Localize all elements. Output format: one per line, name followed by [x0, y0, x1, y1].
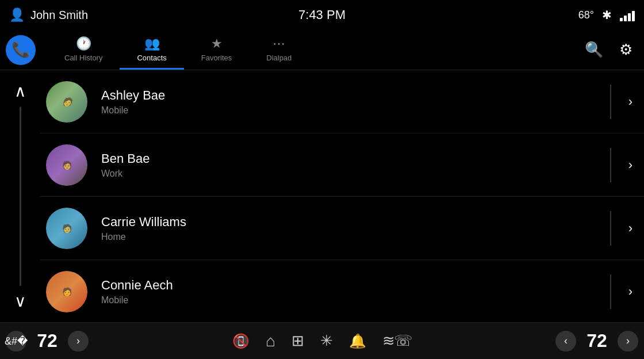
bell-icon[interactable]: 🔔 [349, 333, 366, 349]
dialpad-icon: ⋯ [273, 36, 285, 51]
tab-favorites-label: Favorites [201, 54, 232, 62]
status-bar: 👤 John Smith 7:43 PM 68° ✱ [0, 0, 644, 30]
heat-icon[interactable]: ≋☏ [382, 332, 412, 350]
avatar: 🧑 [46, 81, 87, 123]
status-right: 68° ✱ [578, 8, 635, 22]
list-item[interactable]: 🧑 Ashley Bae Mobile › [40, 70, 644, 133]
avatar: 🧑 [46, 144, 87, 186]
fan-icon[interactable]: ✳ [320, 332, 333, 350]
user-name: John Smith [30, 9, 88, 22]
contact-name: Ben Bae [101, 151, 610, 166]
contact-divider [610, 85, 611, 119]
nav-right-icons: 🔍 ⚙ [585, 41, 638, 59]
nav-bar: 📞 🕐 Call History 👥 Contacts ★ Favorites … [0, 30, 644, 70]
scroll-down-button[interactable]: ∨ [14, 292, 26, 311]
status-left: 👤 John Smith [9, 7, 88, 22]
chevron-right-icon: › [628, 94, 632, 109]
signal-icon [620, 9, 635, 21]
contact-type: Mobile [101, 105, 610, 116]
bottom-center-controls: 📵 ⌂ ⊞ ✳ 🔔 ≋☏ [232, 332, 412, 350]
left-temp-control: &#� 72 › [6, 330, 89, 352]
list-item[interactable]: 🧑 Ben Bae Work › [40, 133, 644, 197]
contact-divider [610, 148, 611, 182]
chevron-right-icon: › [626, 335, 630, 347]
contact-name: Ashley Bae [101, 88, 610, 103]
right-temp-ctrl: ‹ 72 › [555, 330, 638, 352]
chevron-right-icon: › [76, 335, 80, 347]
list-item[interactable]: 🧑 Carrie Williams Home › [40, 197, 644, 260]
list-item[interactable]: 🧑 Connie Aech Mobile › [40, 260, 644, 322]
favorites-icon: ★ [211, 36, 223, 51]
contact-divider [610, 211, 611, 246]
left-temp-ctrl: &#� 72 › [6, 330, 89, 352]
contact-info: Carrie Williams Home [101, 215, 610, 242]
tab-call-history[interactable]: 🕐 Call History [47, 30, 120, 70]
contact-type: Mobile [101, 295, 610, 305]
chevron-right-icon: › [628, 158, 632, 173]
right-temp-control: ‹ 72 › [555, 330, 638, 352]
call-history-icon: 🕐 [76, 36, 91, 51]
bottom-bar: &#� 72 › 📵 ⌂ ⊞ ✳ 🔔 ≋☏ ‹ 72 › [0, 322, 644, 359]
temperature-display: 68° [578, 9, 594, 21]
nav-tabs: 🕐 Call History 👥 Contacts ★ Favorites ⋯ … [47, 30, 585, 70]
main-content: ∧ ∨ 🧑 Ashley Bae Mobile › 🧑 Ben Bae Work [0, 70, 644, 322]
contact-list: 🧑 Ashley Bae Mobile › 🧑 Ben Bae Work › [40, 70, 644, 322]
search-button[interactable]: 🔍 [585, 41, 603, 59]
contact-name: Carrie Williams [101, 215, 610, 230]
tab-call-history-label: Call History [64, 54, 102, 62]
status-time: 7:43 PM [298, 7, 346, 22]
contact-info: Ashley Bae Mobile [101, 88, 610, 116]
left-temp-decrease-button[interactable]: &#� [6, 331, 26, 352]
home-icon[interactable]: ⌂ [266, 332, 275, 350]
phone-slash-icon[interactable]: 📵 [232, 333, 250, 349]
scroll-controls: ∧ ∨ [0, 70, 40, 322]
tab-dialpad[interactable]: ⋯ Dialpad [249, 30, 309, 70]
tab-contacts-label: Contacts [137, 54, 166, 62]
tab-contacts[interactable]: 👥 Contacts [120, 30, 183, 70]
scroll-up-button[interactable]: ∧ [14, 82, 26, 101]
scroll-track [20, 106, 21, 286]
contact-type: Work [101, 169, 610, 179]
settings-button[interactable]: ⚙ [619, 41, 632, 59]
avatar: 🧑 [46, 208, 87, 249]
phone-button[interactable]: 📞 [6, 35, 36, 65]
contact-info: Connie Aech Mobile [101, 278, 610, 305]
right-temp-increase-button[interactable]: › [618, 331, 638, 352]
contacts-icon: 👥 [144, 36, 160, 51]
chevron-left-icon: &#� [5, 335, 28, 347]
right-temp-decrease-button[interactable]: ‹ [555, 331, 576, 352]
chevron-right-icon: › [628, 284, 632, 299]
left-temp-increase-button[interactable]: › [68, 331, 89, 352]
contact-name: Connie Aech [101, 278, 610, 293]
left-temperature-value: 72 [30, 330, 64, 352]
chevron-right-icon: › [628, 221, 632, 236]
user-icon: 👤 [9, 7, 25, 22]
bluetooth-icon: ✱ [602, 8, 612, 22]
contact-type: Home [101, 232, 610, 242]
avatar: 🧑 [46, 271, 87, 312]
grid-icon[interactable]: ⊞ [292, 332, 304, 350]
tab-favorites[interactable]: ★ Favorites [184, 30, 249, 70]
tab-dialpad-label: Dialpad [266, 54, 292, 62]
contact-info: Ben Bae Work [101, 151, 610, 179]
chevron-left-icon: ‹ [564, 335, 568, 347]
right-temperature-value: 72 [580, 330, 614, 352]
contact-divider [610, 274, 611, 309]
